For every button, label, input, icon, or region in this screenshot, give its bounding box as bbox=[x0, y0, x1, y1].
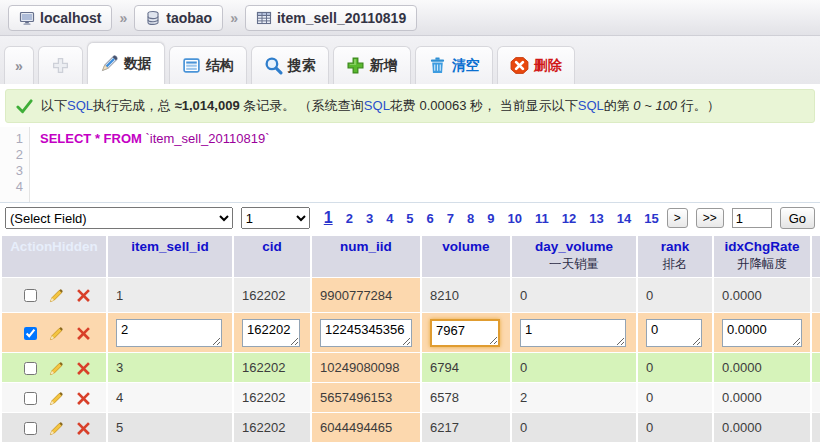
column-header-idxchgrate[interactable]: idxChgRate升降幅度 bbox=[714, 236, 810, 277]
sql-editor[interactable]: 1 2 3 4 SELECT * FROM `item_sell_2011081… bbox=[0, 127, 820, 203]
tab-drop-label: 删除 bbox=[534, 57, 562, 75]
go-button[interactable]: Go bbox=[780, 207, 815, 229]
column-header-volume[interactable]: volume bbox=[422, 236, 510, 277]
edit-pencil-icon[interactable] bbox=[49, 326, 64, 341]
breadcrumb-server-label: localhost bbox=[40, 10, 101, 26]
row-checkbox[interactable] bbox=[24, 289, 37, 302]
sql-link[interactable]: SQL bbox=[364, 98, 390, 113]
edit-pencil-icon[interactable] bbox=[49, 288, 64, 303]
tab-drop[interactable]: 删除 bbox=[497, 46, 575, 84]
sql-link[interactable]: SQL bbox=[67, 98, 93, 113]
column-header-num-iid[interactable]: num_iid bbox=[312, 236, 420, 277]
delete-x-icon[interactable] bbox=[76, 391, 91, 406]
action-cell bbox=[2, 353, 106, 382]
tab-structure[interactable]: 结构 bbox=[169, 46, 247, 84]
cell-cid: 162202 bbox=[234, 353, 310, 382]
delete-x-icon[interactable] bbox=[76, 288, 91, 303]
breadcrumb-table[interactable]: item_sell_20110819 bbox=[245, 5, 417, 31]
action-cell bbox=[2, 383, 106, 412]
tab-insert[interactable]: 新增 bbox=[333, 46, 411, 84]
edit-input-rank[interactable]: 0 bbox=[646, 319, 702, 347]
cell-clipped bbox=[812, 278, 820, 312]
cell-item-sell-id: 3 bbox=[108, 353, 232, 382]
delete-x-icon[interactable] bbox=[76, 421, 91, 436]
column-header-cid[interactable]: cid bbox=[234, 236, 310, 277]
page-link-13[interactable]: 13 bbox=[589, 211, 603, 226]
tab-browse[interactable]: 数据 bbox=[87, 42, 165, 84]
column-header-item-sell-id[interactable]: item_sell_id bbox=[108, 236, 232, 277]
edit-cell-rank: 0 bbox=[638, 313, 712, 352]
page-link-9[interactable]: 9 bbox=[487, 211, 494, 226]
pagination-bar: (Select Field) 1 123456789101112131415 >… bbox=[0, 203, 820, 233]
column-header-rank[interactable]: rank排名 bbox=[638, 236, 712, 277]
edit-input-num-iid[interactable]: 12245345356 bbox=[320, 319, 412, 347]
column-header-day-volume[interactable]: day_volume一天销量 bbox=[512, 236, 636, 277]
cell-volume: 6217 bbox=[422, 413, 510, 442]
query-time: 0.00063 bbox=[419, 98, 466, 113]
sql-table-identifier: `item_sell_20110819` bbox=[145, 131, 269, 146]
cell-idxchgrate: 0.0000 bbox=[714, 278, 810, 312]
edit-input-item-sell-id[interactable]: 2 bbox=[116, 319, 222, 347]
record-count: ≈1,014,009 bbox=[175, 98, 240, 113]
page-select[interactable]: 1 bbox=[241, 207, 310, 229]
row-checkbox[interactable] bbox=[24, 422, 37, 435]
cell-day-volume: 0 bbox=[512, 353, 636, 382]
page-link-15[interactable]: 15 bbox=[644, 211, 658, 226]
breadcrumb: localhost » taobao » item_sell_20110819 bbox=[0, 0, 820, 36]
sql-link[interactable]: SQL bbox=[578, 98, 604, 113]
last-page-button[interactable]: >> bbox=[696, 208, 724, 228]
cell-volume: 6794 bbox=[422, 353, 510, 382]
edit-cell-num-iid: 12245345356 bbox=[312, 313, 420, 352]
page-link-5[interactable]: 5 bbox=[406, 211, 413, 226]
tab-search-label: 搜索 bbox=[288, 57, 316, 75]
page-link-2[interactable]: 2 bbox=[346, 211, 353, 226]
tab-search[interactable]: 搜索 bbox=[251, 46, 329, 84]
delete-x-icon[interactable] bbox=[76, 361, 91, 376]
row-checkbox[interactable] bbox=[24, 362, 37, 375]
breadcrumb-database-label: taobao bbox=[166, 10, 212, 26]
page-link-14[interactable]: 14 bbox=[617, 211, 631, 226]
breadcrumb-server[interactable]: localhost bbox=[8, 5, 112, 31]
tab-bar: » 数据 结构 搜索 新增 清空 删除 bbox=[0, 36, 820, 84]
sql-code[interactable]: SELECT * FROM `item_sell_20110819` bbox=[30, 127, 270, 202]
edit-input-idxchgrate[interactable]: 0.0000 bbox=[722, 319, 802, 347]
success-check-icon bbox=[16, 98, 33, 115]
breadcrumb-database[interactable]: taobao bbox=[134, 5, 223, 31]
cell-num-iid: 6044494465 bbox=[312, 413, 420, 442]
cell-day-volume: 0 bbox=[512, 278, 636, 312]
edit-pencil-icon[interactable] bbox=[49, 361, 64, 376]
page-link-11[interactable]: 11 bbox=[535, 211, 549, 226]
edit-pencil-icon[interactable] bbox=[49, 421, 64, 436]
page-link-8[interactable]: 8 bbox=[467, 211, 474, 226]
row-checkbox[interactable] bbox=[24, 327, 37, 340]
page-link-12[interactable]: 12 bbox=[562, 211, 576, 226]
tab-overflow[interactable]: » bbox=[4, 46, 34, 84]
cell-item-sell-id: 1 bbox=[108, 278, 232, 312]
next-page-button[interactable]: > bbox=[667, 208, 688, 228]
goto-page-input[interactable] bbox=[732, 208, 772, 228]
page-link-3[interactable]: 3 bbox=[366, 211, 373, 226]
delete-x-icon[interactable] bbox=[76, 326, 91, 341]
tab-add[interactable] bbox=[38, 46, 83, 84]
action-cell bbox=[2, 278, 106, 312]
page-link-4[interactable]: 4 bbox=[386, 211, 393, 226]
database-icon bbox=[145, 10, 161, 26]
data-table: ActionHidden item_sell_id cid num_iid vo… bbox=[0, 235, 820, 443]
structure-icon bbox=[182, 56, 201, 75]
page-link-10[interactable]: 10 bbox=[508, 211, 522, 226]
tab-empty[interactable]: 清空 bbox=[415, 46, 493, 84]
row-checkbox[interactable] bbox=[24, 392, 37, 405]
edit-cell-volume: 7967 bbox=[422, 313, 510, 352]
page-link-1[interactable]: 1 bbox=[324, 209, 333, 227]
edit-pencil-icon[interactable] bbox=[49, 391, 64, 406]
plus-ghost-icon bbox=[51, 56, 70, 75]
edit-input-cid[interactable]: 162202 bbox=[242, 319, 300, 347]
edit-input-day-volume[interactable]: 1 bbox=[520, 319, 626, 347]
breadcrumb-separator: » bbox=[119, 10, 127, 26]
page-link-7[interactable]: 7 bbox=[447, 211, 454, 226]
page-link-6[interactable]: 6 bbox=[427, 211, 434, 226]
edit-input-volume[interactable]: 7967 bbox=[430, 319, 500, 347]
field-select[interactable]: (Select Field) bbox=[5, 207, 233, 229]
status-message: 以下SQL执行完成，总 ≈1,014,009 条记录。 （系统查询SQL花费 0… bbox=[5, 89, 815, 123]
delete-icon bbox=[510, 56, 529, 75]
